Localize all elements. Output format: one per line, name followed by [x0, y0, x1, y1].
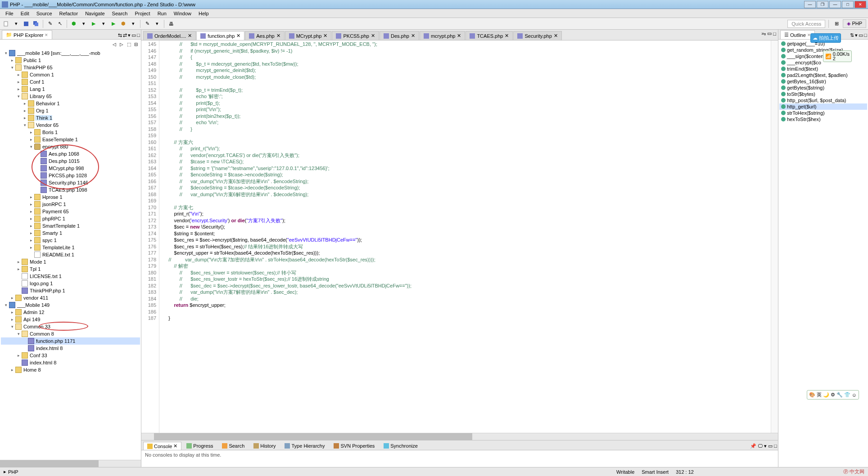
- menu-edit[interactable]: Edit: [17, 10, 33, 17]
- close-icon[interactable]: ✕: [173, 443, 177, 449]
- menu-project[interactable]: Project: [131, 10, 154, 17]
- twisty-icon[interactable]: ▾: [22, 123, 28, 127]
- save-button[interactable]: [22, 19, 31, 28]
- menu-file[interactable]: File: [2, 10, 17, 17]
- debug-dropdown[interactable]: ▾: [79, 19, 88, 28]
- outline-item[interactable]: getBytes($string): [779, 85, 867, 91]
- menu-help[interactable]: Help: [195, 10, 212, 17]
- tree-node[interactable]: README.txt 1: [1, 251, 140, 258]
- menu-search[interactable]: Search: [108, 10, 131, 17]
- console-min-icon[interactable]: ▭: [768, 443, 773, 449]
- editor-tab[interactable]: MCrypt.php✕: [285, 31, 332, 40]
- close-icon[interactable]: ✕: [276, 33, 280, 39]
- twisty-icon[interactable]: ▸: [22, 116, 28, 120]
- outline-min-icon[interactable]: ▭: [859, 32, 863, 38]
- minimize-icon[interactable]: ▭: [131, 32, 136, 38]
- debug-button[interactable]: ⬢: [69, 19, 78, 28]
- tree-node[interactable]: ▾encrypt 880: [1, 143, 140, 150]
- tree-node[interactable]: MCrypt.php 998: [1, 165, 140, 172]
- twisty-icon[interactable]: ▸: [9, 310, 15, 314]
- close-icon[interactable]: ✕: [371, 33, 375, 39]
- outline-item[interactable]: hexToStr($hex): [779, 116, 867, 122]
- tree-node[interactable]: function.php 1171: [1, 337, 140, 345]
- twisty-icon[interactable]: ▸: [9, 317, 15, 322]
- tree-node[interactable]: ▸Common 1: [1, 71, 140, 78]
- console-pin-icon[interactable]: 📌: [750, 443, 756, 449]
- wand-button[interactable]: ✎: [45, 19, 54, 28]
- close-icon[interactable]: ✕: [188, 33, 192, 39]
- outline-menu-icon[interactable]: ▾: [855, 32, 858, 38]
- close-button[interactable]: ✕: [854, 1, 866, 8]
- minimize2-button[interactable]: —: [829, 1, 841, 8]
- twisty-icon[interactable]: ▾: [28, 144, 34, 149]
- bottom-tab-type-hierarchy[interactable]: Type Hierarchy: [280, 442, 329, 450]
- run-dropdown[interactable]: ▾: [99, 19, 108, 28]
- bottom-tab-console[interactable]: Console ✕: [143, 442, 181, 450]
- twisty-icon[interactable]: ▸: [22, 108, 28, 113]
- up-icon[interactable]: ⬚: [126, 41, 132, 47]
- twisty-icon[interactable]: ▾: [15, 332, 22, 336]
- bottom-tab-svn-properties[interactable]: SVN Properties: [330, 442, 379, 450]
- tree-node[interactable]: logo.png 1: [1, 280, 140, 287]
- menu-window[interactable]: Window: [170, 10, 195, 17]
- bottom-tab-search[interactable]: Search: [218, 442, 249, 450]
- outline-item[interactable]: getBytes_16($str): [779, 78, 867, 85]
- tree-node[interactable]: ▸Think 1: [1, 114, 140, 121]
- menu-refactor[interactable]: Refactor: [56, 10, 82, 17]
- editor-minimize-icon[interactable]: ▭: [767, 31, 772, 36]
- link-editor-icon[interactable]: ⇄: [123, 32, 127, 38]
- maximize-button[interactable]: □: [842, 1, 854, 8]
- new-dropdown[interactable]: ▾: [12, 19, 21, 28]
- tree-node[interactable]: PKCS5.php 1028: [1, 172, 140, 179]
- editor-tab[interactable]: TCAES.php✕: [466, 31, 513, 40]
- console-menu-icon[interactable]: ▾: [764, 443, 767, 449]
- tree-node[interactable]: ▸Org 1: [1, 107, 140, 114]
- tree-node[interactable]: ▾___Mobile 149: [1, 301, 140, 309]
- tree-node[interactable]: ▸Api 149: [1, 316, 140, 323]
- collapse-all-icon[interactable]: ⇆: [118, 32, 122, 38]
- editor-maximize-icon[interactable]: □: [773, 31, 776, 36]
- twisty-icon[interactable]: ▸: [28, 209, 34, 214]
- editor-tab[interactable]: PKCS5.php✕: [332, 31, 379, 40]
- new-button[interactable]: [2, 19, 11, 28]
- editor-tab[interactable]: Security.php✕: [513, 31, 561, 40]
- close-icon[interactable]: ✕: [323, 33, 327, 39]
- tree-node[interactable]: ▸phpRPC 1: [1, 215, 140, 222]
- close-icon[interactable]: ✕: [45, 33, 48, 37]
- twisty-icon[interactable]: ▸: [15, 353, 22, 358]
- twisty-icon[interactable]: ▸: [28, 195, 34, 199]
- tree-node[interactable]: ▸Admin 12: [1, 309, 140, 316]
- filter-icon[interactable]: ⊟: [133, 41, 139, 47]
- tree-node[interactable]: ▸Payment 65: [1, 208, 140, 215]
- maximize-icon[interactable]: □: [137, 32, 140, 38]
- tree-node[interactable]: Aes.php 1068: [1, 150, 140, 157]
- outline-item[interactable]: strToHex($string): [779, 110, 867, 116]
- twisty-icon[interactable]: ▾: [3, 51, 9, 55]
- tree-node[interactable]: ▸TemplateLite 1: [1, 244, 140, 251]
- editor-tab[interactable]: Des.php✕: [380, 31, 419, 40]
- outline-item[interactable]: pad2Length($text, $padlen): [779, 72, 867, 78]
- menu-source[interactable]: Source: [33, 10, 56, 17]
- tree-node[interactable]: ▸Mode 1: [1, 258, 140, 265]
- editor-body[interactable]: 1451461471481491501511521531541551561571…: [141, 40, 778, 433]
- close-icon[interactable]: ✕: [236, 33, 240, 39]
- bottom-tab-progress[interactable]: Progress: [182, 442, 217, 450]
- tree-node[interactable]: ▸Behavior 1: [1, 100, 140, 107]
- restore-button[interactable]: ❐: [817, 1, 828, 8]
- menu-navigate[interactable]: Navigate: [81, 10, 108, 17]
- tree-node[interactable]: ▾Common 8: [1, 330, 140, 337]
- network-widget[interactable]: 📶 0.00K/s 2: [823, 50, 852, 62]
- editor-tab[interactable]: function.php✕: [196, 31, 244, 40]
- tree-node[interactable]: LICENSE.txt 1: [1, 273, 140, 280]
- twisty-icon[interactable]: ▸: [28, 202, 34, 207]
- outline-item[interactable]: trimEnd($text): [779, 66, 867, 72]
- tree-node[interactable]: ▸spyc 1: [1, 237, 140, 244]
- tree-node[interactable]: ▸Boris 1: [1, 129, 140, 136]
- minimize-button[interactable]: —: [804, 1, 816, 8]
- twisty-icon[interactable]: ▾: [9, 324, 15, 329]
- overview-ruler[interactable]: [771, 40, 778, 433]
- twisty-icon[interactable]: ▸: [28, 245, 34, 250]
- tree-node[interactable]: ▸Home 8: [1, 366, 140, 373]
- code-area[interactable]: // $td = mcrypt_module_open(MCRYPT_RIJND…: [159, 40, 771, 433]
- twisty-icon[interactable]: ▸: [28, 238, 34, 242]
